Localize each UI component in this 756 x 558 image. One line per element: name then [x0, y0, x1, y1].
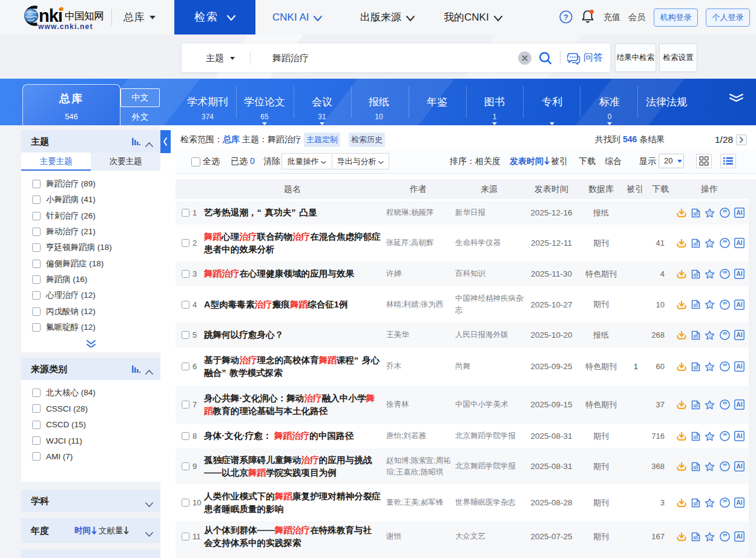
svg-text:AI: AI — [736, 401, 743, 408]
svg-text:AI: AI — [736, 331, 743, 338]
svg-text:”: ” — [722, 532, 727, 542]
svg-text:”: ” — [722, 269, 727, 279]
svg-text:AI: AI — [736, 301, 743, 308]
svg-text:”: ” — [722, 432, 727, 441]
svg-text:”: ” — [722, 498, 727, 508]
svg-text:”: ” — [722, 300, 727, 309]
svg-text:www.cnki.net: www.cnki.net — [38, 22, 93, 31]
svg-text:”: ” — [722, 238, 727, 248]
svg-text:?: ? — [564, 13, 568, 22]
svg-text:AI: AI — [736, 363, 743, 370]
svg-text:中国知网: 中国知网 — [65, 10, 104, 22]
svg-text:AI: AI — [736, 432, 743, 439]
svg-text:AI: AI — [736, 533, 743, 540]
svg-text:AI: AI — [736, 239, 743, 246]
svg-text:AI: AI — [736, 462, 743, 470]
svg-text:”: ” — [722, 208, 727, 218]
svg-text:AI: AI — [736, 499, 743, 506]
svg-text:AI: AI — [736, 270, 743, 277]
svg-text:”: ” — [722, 362, 727, 372]
svg-text:”: ” — [722, 330, 727, 340]
svg-text:”: ” — [722, 400, 727, 410]
svg-text:AI: AI — [736, 209, 743, 216]
svg-text:”: ” — [722, 462, 727, 471]
